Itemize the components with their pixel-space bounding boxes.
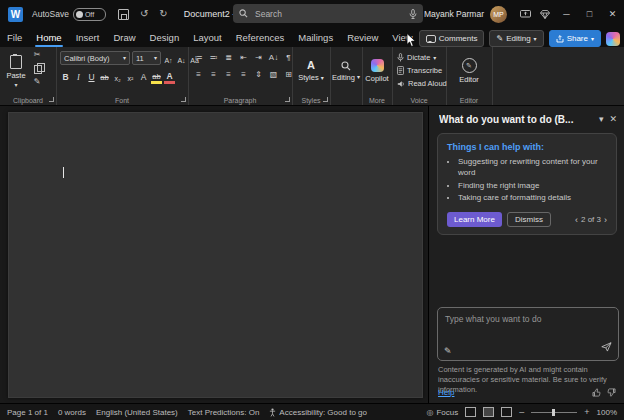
subscript-button[interactable]: x₂ [112,70,123,83]
strikethrough-button[interactable]: ab [99,70,110,83]
chevron-down-icon[interactable]: ▾ [599,115,604,124]
tab-layout[interactable]: Layout [186,28,229,47]
page-count[interactable]: Page 1 of 1 [7,408,48,417]
paste-button[interactable]: Paste ▾ [4,51,28,91]
document-canvas [0,105,428,403]
text-effects-button[interactable]: A [138,70,149,83]
styles-button[interactable]: A Styles▾ [295,52,327,90]
thumbs-up-icon[interactable] [592,383,601,401]
transcribe-button[interactable]: Transcribe [397,64,447,77]
decrease-indent-icon[interactable]: ⇤ [237,51,250,63]
maximize-button[interactable]: □ [578,0,601,28]
tab-view[interactable]: View [385,28,419,47]
tab-draw[interactable]: Draw [106,28,142,47]
language-status[interactable]: English (United States) [96,408,178,417]
thumbs-down-icon[interactable] [607,383,616,401]
dictate-label: Dictate [407,53,430,62]
prompt-input[interactable] [443,312,613,342]
share-button[interactable]: Share ▾ [549,30,601,47]
prompt-input-box[interactable]: ✎ [437,307,619,361]
word-app-icon[interactable]: W [8,7,23,22]
align-center-icon[interactable]: ≡ [207,68,220,80]
zoom-slider-thumb[interactable] [552,409,555,416]
comments-button[interactable]: Comments [419,30,485,47]
zoom-out-button[interactable]: – [519,408,524,417]
read-mode-button[interactable] [465,407,476,417]
numbered-list-icon[interactable]: ≕ [207,51,220,63]
dialog-launcher-icon[interactable] [181,97,186,102]
gem-icon[interactable] [535,0,555,28]
autosave-toggle[interactable]: Off [73,8,106,21]
superscript-button[interactable]: x² [125,70,136,83]
font-color-button[interactable]: A [164,68,175,84]
search-input[interactable] [253,8,404,20]
web-layout-button[interactable] [501,407,512,417]
justify-icon[interactable]: ≡ [237,68,250,80]
zoom-slider[interactable] [531,412,577,413]
increase-indent-icon[interactable]: ⇥ [252,51,265,63]
focus-mode-button[interactable]: ◎ Focus [426,408,458,417]
tab-insert[interactable]: Insert [69,28,107,47]
copilot-button[interactable]: Copilot [364,52,390,90]
microphone-icon[interactable] [409,9,417,19]
shrink-font-button[interactable]: A↓ [176,52,187,65]
dictate-button[interactable]: Dictate ▾ [397,51,447,64]
send-icon[interactable] [601,338,612,356]
dialog-launcher-icon[interactable] [285,97,290,102]
shading-icon[interactable]: ▧ [267,68,280,80]
grow-font-button[interactable]: A↑ [163,52,174,65]
dialog-launcher-icon[interactable] [49,97,54,102]
save-icon[interactable] [118,9,129,20]
tab-review[interactable]: Review [340,28,385,47]
copy-icon[interactable] [34,65,42,74]
help-link[interactable]: Help [438,388,454,397]
screen-share-icon[interactable] [515,0,535,28]
next-page-icon[interactable]: › [604,215,607,225]
multilevel-list-icon[interactable]: ≣ [222,51,235,63]
tab-mailings[interactable]: Mailings [291,28,340,47]
text-predictions-status[interactable]: Text Predictions: On [188,408,260,417]
rewrite-pen-icon[interactable]: ✎ [444,346,452,356]
underline-button[interactable]: U [86,70,97,83]
highlight-color-button[interactable]: ab [151,68,162,84]
tab-home[interactable]: Home [29,28,68,47]
prev-page-icon[interactable]: ‹ [575,215,578,225]
undo-icon[interactable]: ↺ [140,9,148,19]
cut-icon[interactable]: ✂ [32,51,42,60]
editing-button[interactable]: Editing▾ [332,52,360,90]
zoom-level[interactable]: 100% [597,408,617,417]
list-item: Taking care of formatting details [458,193,607,204]
italic-button[interactable]: I [73,70,84,83]
accessibility-status[interactable]: Accessibility: Good to go [269,408,367,417]
learn-more-button[interactable]: Learn More [447,212,502,227]
tab-file[interactable]: File [0,28,29,47]
autosave-label: AutoSave [32,9,69,19]
align-right-icon[interactable]: ≡ [222,68,235,80]
avatar[interactable]: MP [490,6,507,23]
close-pane-icon[interactable]: ✕ [609,115,617,124]
bold-button[interactable]: B [60,70,71,83]
format-painter-icon[interactable]: ✎ [32,78,42,87]
print-layout-button[interactable] [483,407,494,417]
bullet-list-icon[interactable]: ≔ [192,51,205,63]
align-left-icon[interactable]: ≡ [192,68,205,80]
font-size-combobox[interactable]: 11 ▾ [132,51,161,65]
copilot-icon[interactable] [606,32,620,46]
read-aloud-button[interactable]: Read Aloud [397,77,447,90]
editing-mode-button[interactable]: ✎ Editing ▾ [489,30,543,47]
close-button[interactable]: ✕ [601,0,624,28]
editor-button[interactable]: ✎ Editor [452,52,486,90]
tab-references[interactable]: References [229,28,292,47]
search-box[interactable] [233,4,423,23]
sort-icon[interactable]: A↓ [267,51,280,63]
tab-design[interactable]: Design [143,28,187,47]
dismiss-button[interactable]: Dismiss [507,212,551,227]
minimize-button[interactable]: ─ [555,0,578,28]
font-name-combobox[interactable]: Calibri (Body) ▾ [60,51,130,65]
redo-icon[interactable]: ↻ [159,9,167,19]
zoom-in-button[interactable]: + [584,408,589,417]
document-page[interactable] [8,112,423,398]
line-spacing-icon[interactable]: ⇕ [252,68,265,80]
word-count[interactable]: 0 words [58,408,86,417]
dialog-launcher-icon[interactable] [323,97,328,102]
